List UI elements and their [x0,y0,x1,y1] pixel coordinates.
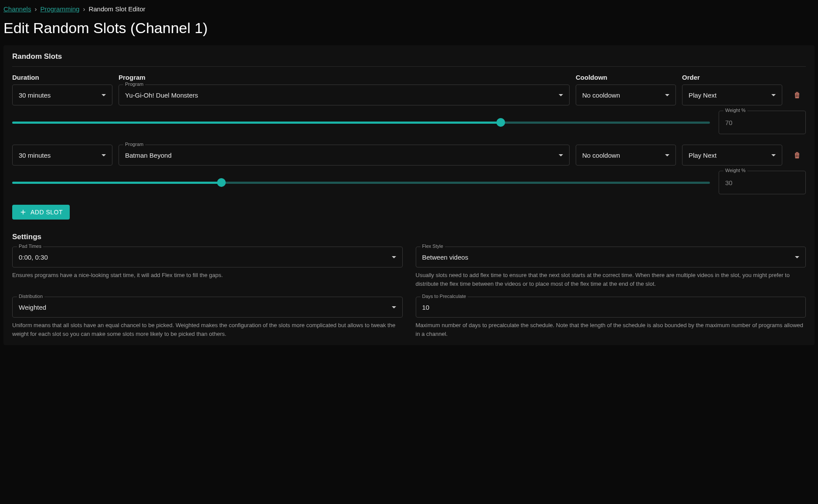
cooldown-value: No cooldown [582,152,620,159]
settings-title: Settings [12,233,806,241]
random-slots-title: Random Slots [12,52,806,61]
setting-pad-times: Pad Times 0:00, 0:30 Ensures programs ha… [12,247,403,288]
flex-style-select[interactable]: Flex Style Between videos [416,247,806,267]
breadcrumb-separator: › [34,5,37,13]
weight-input-wrapper: Weight % [719,111,806,134]
days-precalculate-label: Days to Precalculate [421,294,468,299]
chevron-down-icon [559,94,563,96]
duration-select[interactable]: 30 minutes [12,145,112,166]
chevron-down-icon [102,94,106,96]
distribution-helper: Uniform means that all slots have an equ… [12,321,403,338]
chevron-down-icon [795,256,799,258]
breadcrumb-programming-link[interactable]: Programming [40,5,79,13]
breadcrumb-current: Random Slot Editor [88,5,145,13]
header-cooldown: Cooldown [576,74,676,81]
pad-times-helper: Ensures programs have a nice-looking sta… [12,271,403,280]
slot-row: 30 minutes Program Batman Beyond No cool… [12,145,806,166]
chevron-down-icon [392,256,396,258]
duration-select[interactable]: 30 minutes [12,85,112,105]
add-slot-label: Add Slot [31,209,63,216]
cooldown-select[interactable]: No cooldown [576,145,676,166]
cooldown-select[interactable]: No cooldown [576,85,676,105]
duration-value: 30 minutes [19,91,51,99]
breadcrumb: Channels › Programming › Random Slot Edi… [3,5,815,13]
order-value: Play Next [689,91,716,99]
chevron-down-icon [102,154,106,156]
slider-fill [12,182,221,184]
order-value: Play Next [689,152,716,159]
order-select[interactable]: Play Next [682,85,782,105]
add-slot-button[interactable]: Add Slot [12,205,70,220]
distribution-select[interactable]: Distribution Weighted [12,297,403,318]
breadcrumb-separator: › [83,5,85,13]
setting-flex-style: Flex Style Between videos Usually slots … [416,247,806,288]
header-order: Order [682,74,782,81]
duration-value: 30 minutes [19,152,51,159]
setting-days-precalculate: Days to Precalculate Maximum number of d… [416,297,806,338]
trash-icon [793,151,801,159]
trash-icon [793,91,801,99]
divider [12,66,806,67]
header-duration: Duration [12,74,112,81]
setting-distribution: Distribution Weighted Uniform means that… [12,297,403,338]
program-label: Program [123,142,145,147]
weight-slider[interactable] [12,118,710,127]
days-precalculate-input[interactable] [422,304,800,311]
plus-icon [19,208,27,216]
chevron-down-icon [665,154,669,156]
program-select[interactable]: Program Batman Beyond [119,145,570,166]
weight-row: Weight % [12,171,806,194]
weight-slider[interactable] [12,178,710,187]
slot-row: 30 minutes Program Yu-Gi-Oh! Duel Monste… [12,85,806,105]
program-select[interactable]: Program Yu-Gi-Oh! Duel Monsters [119,85,570,105]
order-select[interactable]: Play Next [682,145,782,166]
days-precalculate-input-wrapper: Days to Precalculate [416,297,806,318]
cooldown-value: No cooldown [582,91,620,99]
pad-times-label: Pad Times [17,244,43,249]
flex-style-label: Flex Style [421,244,445,249]
weight-label: Weight % [723,108,747,113]
breadcrumb-channels-link[interactable]: Channels [3,5,31,13]
flex-style-value: Between videos [422,254,468,261]
pad-times-value: 0:00, 0:30 [19,254,48,261]
slider-fill [12,122,501,124]
weight-input[interactable] [725,179,799,186]
days-precalculate-helper: Maximum number of days to precalculate t… [416,321,806,338]
weight-row: Weight % [12,111,806,134]
slider-thumb[interactable] [496,118,505,127]
program-value: Batman Beyond [125,152,172,159]
slot-header-row: Duration Program Cooldown Order [12,74,806,81]
pad-times-select[interactable]: Pad Times 0:00, 0:30 [12,247,403,267]
flex-style-helper: Usually slots need to add flex time to e… [416,271,806,288]
delete-slot-button[interactable] [788,145,806,166]
header-program: Program [119,74,570,81]
weight-input[interactable] [725,119,799,126]
weight-input-wrapper: Weight % [719,171,806,194]
program-label: Program [123,81,145,87]
slider-thumb[interactable] [217,178,226,187]
chevron-down-icon [665,94,669,96]
chevron-down-icon [771,94,776,96]
distribution-label: Distribution [17,294,44,299]
chevron-down-icon [392,306,396,308]
delete-slot-button[interactable] [788,85,806,105]
chevron-down-icon [559,154,563,156]
settings-grid: Pad Times 0:00, 0:30 Ensures programs ha… [12,247,806,338]
page-title: Edit Random Slots (Channel 1) [3,20,815,37]
editor-panel: Random Slots Duration Program Cooldown O… [3,45,815,345]
chevron-down-icon [771,154,776,156]
distribution-value: Weighted [19,304,46,311]
program-value: Yu-Gi-Oh! Duel Monsters [125,91,198,99]
weight-label: Weight % [723,168,747,173]
